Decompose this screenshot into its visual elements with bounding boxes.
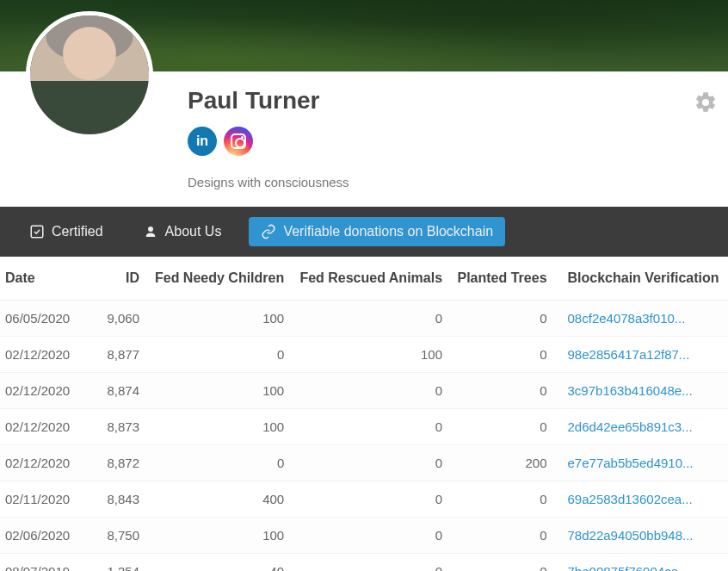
cell-date: 02/12/2020: [0, 373, 82, 409]
profile-name: Paul Turner: [188, 87, 711, 115]
tab-about-us[interactable]: About Us: [131, 217, 234, 246]
hash-link[interactable]: e7e77ab5b5ed4910...: [568, 456, 694, 470]
linkedin-icon: in: [196, 133, 208, 149]
cell-trees: 0: [449, 518, 553, 554]
avatar[interactable]: [26, 11, 153, 139]
svg-rect-0: [31, 226, 43, 238]
hash-link[interactable]: 69a2583d13602cea...: [568, 492, 693, 506]
cell-id: 1,354: [82, 554, 146, 572]
table-row: 02/12/20208,873100002d6d42ee65b891c3...: [0, 409, 728, 445]
cell-id: 9,060: [82, 301, 146, 337]
cell-children: 40: [146, 554, 291, 572]
tab-certified-label: Certified: [52, 224, 103, 239]
gear-icon: [694, 90, 718, 115]
hash-link[interactable]: 7be00875f76904ca...: [568, 564, 689, 571]
cell-trees: 0: [449, 337, 553, 373]
tab-certified[interactable]: Certified: [17, 217, 115, 246]
cell-trees: 0: [449, 409, 553, 445]
table-row: 02/11/20208,8434000069a2583d13602cea...: [0, 481, 728, 518]
col-id: ID: [82, 257, 146, 301]
cell-trees: 200: [449, 445, 553, 481]
cell-id: 8,874: [82, 373, 146, 409]
cell-id: 8,877: [82, 337, 146, 373]
cell-date: 02/06/2020: [0, 518, 82, 554]
cell-animals: 0: [291, 518, 449, 554]
cell-children: 100: [146, 409, 291, 445]
table-row: 02/12/20208,87200200e7e77ab5b5ed4910...: [0, 445, 728, 481]
cell-animals: 100: [291, 337, 449, 373]
profile-section: Paul Turner in Designs with consciousnes…: [0, 71, 728, 207]
cell-animals: 0: [291, 481, 449, 518]
cell-animals: 0: [291, 301, 449, 337]
cell-children: 100: [146, 518, 291, 554]
cell-hash: 78d22a94050bb948...: [554, 518, 728, 554]
cell-date: 02/12/2020: [0, 409, 82, 445]
cell-trees: 0: [449, 373, 553, 409]
cell-date: 02/11/2020: [0, 481, 82, 518]
col-date: Date: [0, 257, 82, 301]
profile-tagline: Designs with consciousness: [188, 175, 711, 189]
link-icon: [261, 224, 276, 239]
linkedin-button[interactable]: in: [188, 127, 217, 156]
settings-button[interactable]: [694, 90, 718, 115]
col-verification: Blockchain Verification: [554, 257, 728, 301]
cell-trees: 0: [449, 301, 553, 337]
instagram-icon: [231, 133, 246, 149]
hash-link[interactable]: 2d6d42ee65b891c3...: [568, 419, 693, 434]
instagram-button[interactable]: [224, 127, 253, 156]
col-animals: Fed Rescued Animals: [291, 257, 449, 301]
table-row: 02/06/20208,7501000078d22a94050bb948...: [0, 518, 728, 554]
hash-link[interactable]: 98e2856417a12f87...: [568, 347, 690, 362]
cell-children: 400: [146, 481, 291, 518]
table-row: 02/12/20208,874100003c97b163b416048e...: [0, 373, 728, 409]
cell-hash: 98e2856417a12f87...: [554, 337, 728, 373]
cell-id: 8,843: [82, 481, 146, 518]
cell-animals: 0: [291, 445, 449, 481]
cell-date: 02/12/2020: [0, 337, 82, 373]
check-square-icon: [29, 224, 45, 239]
col-children: Fed Needy Children: [146, 257, 291, 301]
cell-id: 8,873: [82, 409, 146, 445]
hash-link[interactable]: 3c97b163b416048e...: [568, 383, 693, 398]
cell-hash: e7e77ab5b5ed4910...: [554, 445, 728, 481]
cell-date: 08/07/2019: [0, 554, 82, 572]
cell-children: 0: [146, 337, 291, 373]
cell-hash: 69a2583d13602cea...: [554, 481, 728, 518]
avatar-image: [30, 16, 149, 134]
table-row: 02/12/20208,8770100098e2856417a12f87...: [0, 337, 728, 373]
user-icon: [143, 224, 158, 239]
cell-children: 0: [146, 445, 291, 481]
cell-date: 06/05/2020: [0, 301, 82, 337]
tab-donations-label: Verifiable donations on Blockchain: [283, 224, 493, 239]
cell-trees: 0: [449, 554, 553, 572]
cell-children: 100: [146, 373, 291, 409]
cell-hash: 7be00875f76904ca...: [554, 554, 728, 572]
cell-children: 100: [146, 301, 291, 337]
hash-link[interactable]: 08cf2e4078a3f010...: [568, 311, 686, 326]
cell-hash: 3c97b163b416048e...: [554, 373, 728, 409]
cell-trees: 0: [449, 481, 553, 518]
donations-table: Date ID Fed Needy Children Fed Rescued A…: [0, 257, 728, 571]
table-row: 08/07/20191,35440007be00875f76904ca...: [0, 554, 728, 572]
cell-date: 02/12/2020: [0, 445, 82, 481]
col-trees: Planted Trees: [449, 257, 553, 301]
cell-hash: 08cf2e4078a3f010...: [554, 301, 728, 337]
cell-id: 8,750: [82, 518, 146, 554]
hash-link[interactable]: 78d22a94050bb948...: [568, 528, 694, 543]
tab-bar: Certified About Us Verifiable donations …: [0, 207, 728, 257]
cell-animals: 0: [291, 373, 449, 409]
tab-about-label: About Us: [165, 224, 222, 239]
cell-id: 8,872: [82, 445, 146, 481]
cell-hash: 2d6d42ee65b891c3...: [554, 409, 728, 445]
cell-animals: 0: [291, 409, 449, 445]
tab-donations[interactable]: Verifiable donations on Blockchain: [249, 217, 505, 246]
cell-animals: 0: [291, 554, 449, 572]
table-row: 06/05/20209,0601000008cf2e4078a3f010...: [0, 301, 728, 337]
